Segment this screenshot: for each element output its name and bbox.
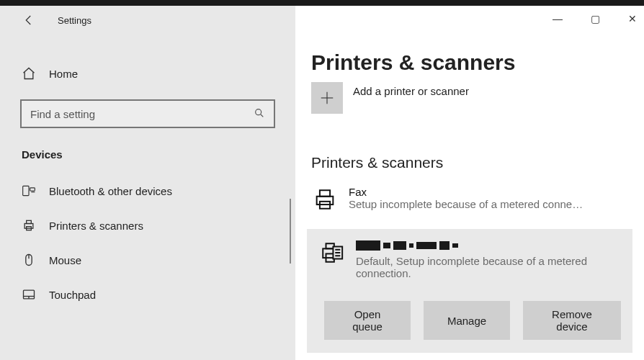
close-button[interactable]: ✕ (625, 12, 640, 26)
home-label: Home (49, 68, 78, 80)
minimize-button[interactable]: — (550, 12, 565, 26)
device-name: Fax (349, 186, 628, 198)
touchpad-icon (22, 287, 36, 302)
device-name-redacted (356, 239, 621, 252)
printer-icon (22, 218, 36, 233)
sidebar-item-home[interactable]: Home (0, 56, 295, 91)
svg-rect-2 (30, 188, 35, 191)
svg-rect-1 (23, 186, 29, 195)
window-controls: — ▢ ✕ (550, 12, 640, 26)
titlebar: Settings (0, 6, 295, 35)
sidebar-item-label: Touchpad (49, 289, 96, 301)
search-icon (254, 107, 267, 120)
svg-rect-3 (24, 224, 33, 229)
sidebar-section-title: Devices (22, 148, 295, 161)
home-icon (22, 66, 36, 81)
device-row-selected[interactable]: Default, Setup incomplete because of a m… (307, 229, 632, 353)
open-queue-button[interactable]: Open queue (324, 301, 411, 340)
mouse-icon (22, 253, 36, 267)
printers-list-heading: Printers & scanners (311, 154, 628, 171)
sidebar-item-label: Printers & scanners (49, 220, 143, 232)
back-arrow-icon[interactable] (20, 12, 37, 29)
sidebar-item-touchpad[interactable]: Touchpad (0, 277, 295, 312)
device-status: Setup incomplete because of a metered co… (349, 198, 622, 210)
bluetooth-devices-icon (22, 184, 36, 198)
svg-rect-4 (27, 220, 32, 223)
scrollbar-indicator[interactable] (290, 199, 291, 264)
sidebar-item-label: Bluetooth & other devices (49, 185, 172, 197)
window-title: Settings (58, 15, 91, 26)
maximize-button[interactable]: ▢ (588, 12, 602, 26)
remove-device-button[interactable]: Remove device (523, 301, 621, 340)
page-title: Printers & scanners (311, 50, 628, 75)
sidebar-item-printers-scanners[interactable]: Printers & scanners (0, 208, 295, 243)
plus-icon (311, 82, 343, 114)
main-content: — ▢ ✕ Printers & scanners Add a printer … (295, 6, 644, 360)
sidebar-item-label: Mouse (49, 254, 81, 266)
search-box[interactable] (20, 99, 275, 128)
sidebar-item-bluetooth-devices[interactable]: Bluetooth & other devices (0, 174, 295, 208)
search-input[interactable] (30, 108, 254, 120)
sidebar-item-mouse[interactable]: Mouse (0, 243, 295, 277)
svg-rect-9 (320, 190, 330, 197)
printer-icon (311, 186, 339, 213)
printer-document-icon (318, 239, 346, 266)
add-printer-label: Add a printer or scanner (353, 85, 469, 97)
svg-point-0 (256, 109, 261, 115)
window-top-strip (0, 0, 644, 6)
add-printer-row[interactable]: Add a printer or scanner (311, 82, 628, 114)
manage-button[interactable]: Manage (424, 301, 510, 340)
device-status: Default, Setup incomplete because of a m… (356, 255, 601, 279)
sidebar: Settings Home Devices Bluetooth & other … (0, 6, 295, 360)
device-row-fax[interactable]: Fax Setup incomplete because of a metere… (311, 181, 628, 217)
device-actions: Open queue Manage Remove device (324, 301, 621, 340)
